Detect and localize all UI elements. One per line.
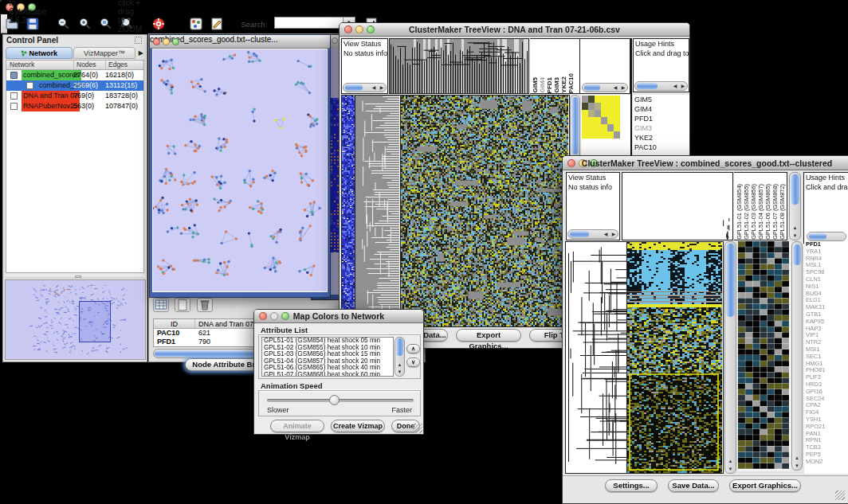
tv1-matrix-cell[interactable]: [601, 103, 607, 110]
tv2-heatmap-canvas[interactable]: [627, 242, 722, 473]
tv2-collabel-vscrollbar[interactable]: ▼▲: [789, 172, 801, 240]
col-network[interactable]: Network: [10, 61, 34, 68]
tv2-heatmap-vscrollbar[interactable]: ▼▲: [724, 241, 736, 474]
tv1-matrix-cell[interactable]: [607, 96, 614, 103]
tv1-global-overview-strip[interactable]: [341, 95, 355, 327]
tv2-save-data-button[interactable]: Save Data...: [668, 479, 719, 492]
dialog-title-bar[interactable]: Map Colors to Network: [254, 310, 423, 323]
zoom-window-button[interactable]: [172, 38, 179, 45]
attribute-list-vscrollbar[interactable]: ▼▲: [395, 337, 405, 377]
tv1-row-dendrogram[interactable]: [355, 95, 401, 327]
tv2-settings-button[interactable]: Settings...: [605, 479, 658, 492]
tv1-export-graphics-button[interactable]: Export Graphics...: [456, 329, 521, 342]
scroll-up-icon[interactable]: ▲: [790, 224, 800, 232]
tv1-gene-label[interactable]: GIM5: [633, 95, 689, 104]
tv2-detail-vscrollbar[interactable]: ▼▲: [791, 241, 803, 471]
tv1-strip-canvas[interactable]: [342, 96, 355, 326]
animate-vizmap-button[interactable]: Animate Vizmap: [270, 420, 324, 432]
tv1-gene-label[interactable]: PFD1: [633, 114, 689, 123]
col-edges[interactable]: Edges: [105, 61, 128, 68]
birdseye-view[interactable]: [5, 279, 146, 360]
scroll-down-icon[interactable]: ▼: [790, 232, 800, 240]
attr-col-id[interactable]: ID: [154, 319, 195, 328]
network-name[interactable]: RNAPuberNov2+: [22, 101, 80, 111]
tv2-gene-label[interactable]: MON2: [804, 459, 848, 466]
tv2-status-scrollbar[interactable]: ◀▶: [567, 229, 618, 239]
tv1-matrix-cell[interactable]: [614, 96, 620, 103]
tv1-column-dendrogram[interactable]: [389, 38, 529, 94]
tv2-column-label[interactable]: GPL51-03 (GSM856): [751, 184, 757, 240]
scroll-left-icon[interactable]: ◀: [671, 82, 679, 90]
tv1-matrix-cell[interactable]: [595, 131, 601, 139]
attribute-list-item[interactable]: GPL51-07 (GSM868) heat shock 60 min: [264, 372, 393, 377]
help-lifering-icon[interactable]: [151, 16, 167, 32]
network-list-row[interactable]: DNA and Tran 07 769(0) 183728(0): [6, 91, 143, 101]
tv1-matrix-cell[interactable]: [582, 117, 588, 124]
speed-slider-track[interactable]: [267, 399, 414, 402]
tv1-matrix-cell[interactable]: [588, 131, 595, 139]
tv1-matrix-cell[interactable]: [607, 117, 614, 124]
tv1-matrix-cell[interactable]: [588, 96, 595, 103]
tv1-matrix-cell[interactable]: [607, 131, 614, 139]
tv1-matrix-cell[interactable]: [614, 103, 620, 110]
tv1-matrix-cell[interactable]: [595, 124, 601, 131]
tv2-export-graphics-button[interactable]: Export Graphics...: [729, 479, 801, 492]
tab-network[interactable]: Network: [6, 47, 73, 59]
tv1-matrix-cell[interactable]: [614, 117, 620, 124]
birdseye-viewport[interactable]: [79, 301, 111, 342]
tv1-column-label[interactable]: PAC10: [568, 73, 575, 93]
select-attributes-icon[interactable]: [153, 298, 169, 312]
scroll-down-icon[interactable]: ▼: [725, 465, 736, 473]
minimize-button[interactable]: [163, 38, 170, 45]
scroll-right-icon[interactable]: ▶: [610, 230, 618, 238]
tv1-gtr-canvas[interactable]: [355, 96, 399, 326]
new-attribute-icon[interactable]: [175, 298, 190, 312]
birdseye-canvas[interactable]: [6, 280, 145, 359]
tv2-column-label[interactable]: GPL51-04 (GSM857): [758, 184, 764, 240]
scroll-left-icon[interactable]: ◀: [602, 230, 610, 238]
scroll-up-icon[interactable]: ▲: [395, 361, 404, 369]
move-down-button[interactable]: ∨: [406, 357, 420, 367]
tv1-matrix-cell[interactable]: [582, 110, 588, 117]
col-nodes[interactable]: Nodes: [73, 61, 96, 68]
treeview1-title-bar[interactable]: ClusterMaker TreeView : DNA and Tran 07-…: [340, 23, 689, 37]
zoom-in-icon[interactable]: [77, 16, 93, 32]
network-name[interactable]: combined_scores: [22, 70, 81, 80]
network-list-row[interactable]: RNAPuberNov2+ 563(0) 107847(0): [6, 101, 143, 111]
attribute-list[interactable]: GPL51-01 (GSM854) heat shock 05 minGPL51…: [261, 337, 394, 377]
tv1-column-label[interactable]: GIM3: [554, 77, 560, 93]
tv1-matrix-cell[interactable]: [595, 110, 601, 117]
speed-slider-thumb[interactable]: [329, 395, 340, 405]
tv1-matrix-cell[interactable]: [614, 124, 620, 131]
tv1-usage-scrollbar[interactable]: ◀▶: [634, 81, 688, 91]
tv2-column-dendrogram[interactable]: [622, 172, 733, 240]
vizmap-icon[interactable]: [188, 16, 204, 32]
network-list-row[interactable]: combined_scores 2764(0) 16218(0): [6, 70, 143, 80]
scroll-right-icon[interactable]: ▶: [619, 84, 627, 92]
tv1-column-label[interactable]: GIM4: [540, 77, 546, 93]
tv1-matrix-cell[interactable]: [607, 124, 614, 131]
tv1-gene-label[interactable]: YKE2: [633, 133, 689, 143]
tv2-row-dendrogram[interactable]: [565, 241, 627, 474]
scroll-up-icon[interactable]: ▲: [725, 457, 736, 465]
tv1-matrix-cell[interactable]: [582, 124, 588, 131]
tv1-matrix-cell[interactable]: [601, 117, 607, 124]
tv2-column-label[interactable]: GPL51-01 (GSM854): [736, 184, 743, 240]
scroll-up-icon[interactable]: ▲: [792, 454, 802, 462]
panel-splitter[interactable]: [6, 275, 144, 279]
tab-overflow-arrow[interactable]: ▶: [139, 49, 143, 57]
tv1-matrix-cell[interactable]: [582, 96, 588, 103]
tv1-matrix-cell[interactable]: [588, 117, 595, 124]
tab-vizmapper[interactable]: VizMapper™: [73, 47, 135, 59]
tv2-detail-canvas[interactable]: [738, 241, 789, 469]
tv2-column-label[interactable]: GPL51-02 (GSM855): [744, 184, 750, 240]
tv1-detail-hscrollbar[interactable]: ◀▶: [582, 83, 628, 92]
treeview2-title-bar[interactable]: ClusterMaker TreeView : combined_scores_…: [563, 156, 848, 170]
tv1-heatmap[interactable]: [401, 95, 570, 327]
annotation-icon[interactable]: [209, 16, 225, 32]
tv1-matrix-cell[interactable]: [588, 103, 595, 110]
resize-grip[interactable]: [835, 490, 845, 500]
network1-title-bar[interactable]: combined_scores_good.txt--cluste...: [150, 35, 330, 49]
network1-canvas-area[interactable]: [152, 49, 328, 292]
tv1-matrix-cell[interactable]: [601, 110, 607, 117]
